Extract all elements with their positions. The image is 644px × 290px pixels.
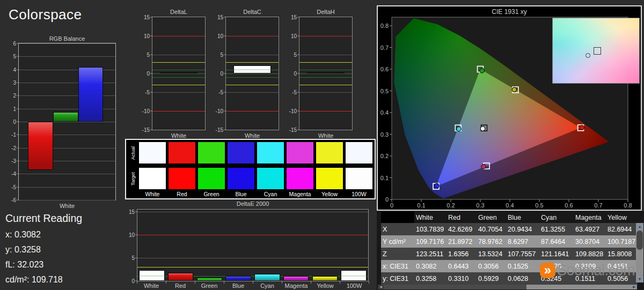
- y-tick-label: -4: [11, 171, 16, 177]
- y-tick-label: 10: [129, 232, 135, 238]
- reference-line: [226, 85, 279, 85]
- table-row-x[interactable]: X103.783942.626940.705420.943461.325563.…: [381, 223, 638, 235]
- table-cell: 0.1525: [506, 260, 539, 272]
- y-tick-label: 5: [147, 51, 150, 57]
- reading-x: x: 0.3082: [5, 230, 82, 240]
- y-tick-label: -5: [292, 89, 297, 95]
- y-tick-label: -2: [11, 145, 16, 151]
- soomal-logo-icon: »: [540, 263, 555, 278]
- row-label: Y cd/m²: [381, 235, 414, 248]
- y-tick-label: 10: [217, 33, 223, 39]
- reference-line: [226, 111, 279, 111]
- y-tick-mark: [135, 258, 137, 258]
- y-tick-mark: [17, 174, 19, 174]
- category-tick: [253, 281, 253, 284]
- swatch-column-label: White: [139, 191, 166, 198]
- y-tick-mark: [17, 200, 19, 200]
- y-tick-label: 3: [13, 80, 16, 86]
- target-swatch-yellow: [316, 168, 343, 189]
- table-row-z[interactable]: Z123.25111.635613.5324107.7557121.164110…: [381, 248, 638, 260]
- column-header-blank: [381, 212, 414, 223]
- watermark-text: Soomal.com: [557, 262, 635, 279]
- y-tick-mark: [150, 35, 152, 36]
- scroll-right-icon[interactable]: ▶: [631, 285, 637, 289]
- measured-marker-green: [480, 69, 484, 73]
- reference-line: [152, 62, 205, 63]
- y-tick-label: -15: [216, 127, 223, 133]
- measured-marker-cyan: [457, 127, 461, 131]
- y-tick-label: 10: [144, 33, 150, 39]
- gridline: [299, 55, 352, 55]
- category-tick: [340, 281, 340, 284]
- gridline: [19, 187, 115, 188]
- y-tick-mark: [150, 73, 152, 74]
- y-tick-label: 5: [220, 51, 223, 57]
- swatch-column-label: Magenta: [287, 191, 313, 198]
- reference-line: [152, 77, 205, 78]
- y-tick-label: 0: [131, 278, 135, 284]
- table-row-y-cd-m-[interactable]: Y cd/m²109.717621.897278.97628.629787.64…: [381, 235, 638, 248]
- table-cell: 61.3255: [539, 223, 574, 235]
- y-tick-label: 15: [144, 14, 150, 20]
- reference-line: [137, 267, 368, 267]
- y-tick-label: 0.4: [380, 109, 389, 116]
- actual-swatch-100w: [346, 142, 372, 163]
- bar-green: [53, 112, 78, 122]
- table-cell: 82.6944: [606, 223, 638, 235]
- y-tick-label: 0: [385, 196, 389, 203]
- row-label: Z: [381, 248, 414, 260]
- x-tick-label: 0.5: [535, 202, 543, 209]
- target-swatch-red: [169, 168, 195, 189]
- x-tick-label: 0.4: [506, 202, 514, 209]
- y-tick-label: 5: [13, 54, 16, 60]
- y-tick-label: 0.7: [380, 44, 389, 51]
- scroll-up-icon[interactable]: ▲: [636, 223, 643, 230]
- swatch-column-label: Green: [198, 191, 225, 198]
- delta-e-2000-chart: DeltaE 2000 051015 WhiteRedGreenBlueCyan…: [125, 200, 376, 288]
- category-tick: [195, 281, 195, 284]
- y-tick-mark: [297, 111, 299, 111]
- delta-c-chart: DeltaC 151050-5-10-15 White: [209, 9, 282, 140]
- actual-swatch-magenta: [287, 142, 313, 163]
- y-tick-mark: [150, 92, 152, 92]
- plot-area: 151050-5-10-15: [225, 17, 279, 130]
- swatch-row: Actual: [129, 142, 372, 163]
- actual-swatch-yellow: [316, 142, 343, 163]
- y-tick-mark: [135, 235, 137, 235]
- bar-white: [307, 72, 345, 73]
- x-axis-label: White: [225, 132, 279, 139]
- swatch-row: Target: [129, 168, 372, 189]
- bar-white: [233, 65, 272, 73]
- y-tick-label: 0.6: [380, 66, 389, 72]
- scroll-left-icon[interactable]: ◀: [378, 285, 384, 289]
- category-tick: [311, 281, 311, 284]
- swatch-column-labels: WhiteRedGreenBlueCyanMagentaYellow100W: [136, 191, 372, 198]
- table-cell: 0.5929: [477, 272, 506, 285]
- y-tick-mark: [17, 122, 19, 122]
- actual-swatch-cyan: [257, 142, 284, 163]
- vertical-scroll-thumb[interactable]: [636, 230, 643, 250]
- y-tick-label: 15: [291, 14, 297, 20]
- category-tick: [137, 281, 137, 284]
- bar-red: [168, 273, 193, 281]
- category-label: Blue: [232, 282, 244, 289]
- reference-line: [152, 70, 205, 70]
- vertical-scrollbar[interactable]: ▲ ▼: [636, 223, 643, 282]
- table-cell: 63.4927: [574, 223, 606, 235]
- delta-h-chart: DeltaH 151050-5-10-15 White: [283, 9, 356, 140]
- x-tick-label: 0: [390, 202, 393, 209]
- reference-line: [299, 36, 352, 36]
- y-tick-mark: [297, 17, 299, 18]
- horizontal-scrollbar[interactable]: ◀ ▶: [378, 285, 637, 289]
- scroll-down-icon[interactable]: ▼: [636, 276, 643, 282]
- bar-magenta: [283, 276, 309, 281]
- horizontal-scroll-thumb[interactable]: [384, 285, 526, 289]
- y-tick-mark: [224, 17, 226, 18]
- plot-area: 051015: [137, 209, 369, 281]
- table-cell: 0.3310: [447, 272, 477, 285]
- reference-line: [299, 70, 352, 70]
- gridline: [19, 56, 115, 57]
- bar-blue: [225, 276, 251, 281]
- y-tick-label: 0.3: [380, 131, 389, 138]
- swatch-column-label: Yellow: [316, 191, 343, 198]
